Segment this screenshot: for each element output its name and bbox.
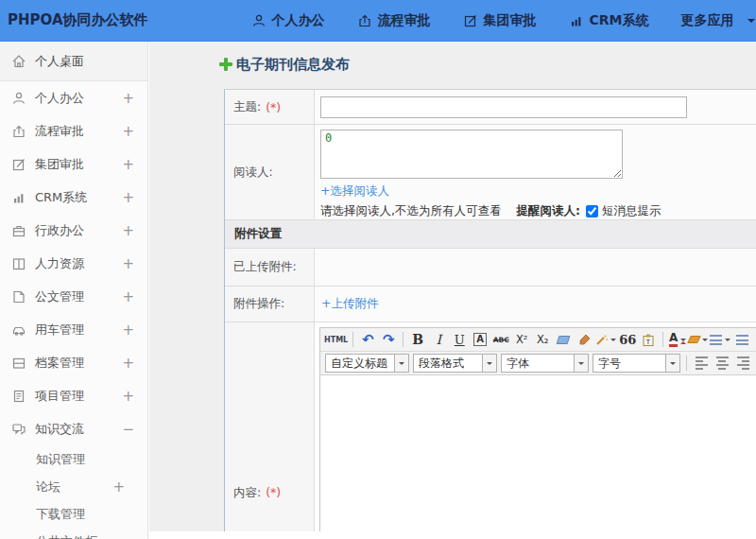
briefcase-icon [11, 223, 35, 238]
unordered-list-button[interactable] [732, 330, 751, 350]
expand-toggle-icon[interactable]: + [122, 288, 134, 305]
expand-toggle-icon[interactable]: − [122, 421, 134, 438]
html-source-button[interactable]: HTML [324, 330, 348, 350]
sidebar-item-forum[interactable]: 论坛+ [0, 473, 147, 500]
toolbar-separator [352, 332, 353, 347]
sidebar-item-public-file-cabinet[interactable]: 公共文件柜 [0, 528, 147, 539]
undo-button[interactable]: ↶ [358, 330, 377, 350]
expand-toggle-icon[interactable]: + [122, 388, 134, 405]
superscript-button[interactable]: X² [512, 330, 531, 350]
highlight-icon [689, 336, 699, 343]
font-color-button[interactable]: A [668, 330, 687, 350]
sidebar-item-knowledge-management[interactable]: 知识管理 [0, 445, 147, 473]
chart-icon [11, 190, 35, 205]
select-readers-link[interactable]: +选择阅读人 [320, 183, 389, 200]
highlight-color-button[interactable] [689, 330, 708, 350]
expand-toggle-icon[interactable]: + [122, 189, 134, 206]
toolbar-separator [403, 332, 404, 347]
list-icon [710, 335, 722, 345]
sidebar-item-human-resources[interactable]: 人力资源+ [0, 247, 147, 280]
chevron-down-icon [680, 339, 686, 344]
nav-item-workflow-approval[interactable]: 流程审批 [357, 12, 431, 29]
eraser-button[interactable] [554, 330, 573, 350]
bold-button[interactable]: B [408, 330, 427, 350]
content-row: 内容: (*) HTML↶↷BIUAABCX²X₂66TA 自定义标题段落格式字… [225, 322, 756, 539]
sidebar-item-workflow-approval[interactable]: 流程审批+ [0, 114, 147, 148]
editor-toolbar-row2: 自定义标题段落格式字体字号 [320, 352, 756, 375]
font-box-button[interactable]: A [471, 330, 490, 350]
sidebar-item-personal-office[interactable]: 个人办公+ [0, 81, 147, 114]
brush-icon [578, 334, 591, 346]
expand-toggle-icon[interactable]: + [122, 255, 134, 272]
expand-toggle-icon[interactable]: + [122, 355, 134, 372]
sidebar-item-archive-management[interactable]: 档案管理+ [0, 346, 147, 379]
heading-select[interactable]: 自定义标题 [325, 354, 409, 373]
redo-button[interactable]: ↷ [379, 330, 398, 350]
attachment-operation-label: 附件操作: [225, 287, 315, 322]
list-icon [736, 335, 748, 345]
sidebar-item-crm-system[interactable]: CRM系统+ [0, 181, 147, 214]
publish-form: 主题: (*) 阅读人: 0 +选择阅读人 请选择阅读人,不选为所有人可查看 提… [224, 89, 756, 539]
sidebar-item-document-management[interactable]: 公文管理+ [0, 280, 147, 313]
nav-item-more-apps[interactable]: 更多应用 [681, 12, 755, 29]
editor-content-area[interactable] [320, 375, 756, 539]
chevron-down-icon [702, 339, 708, 344]
sidebar-item-knowledge-exchange[interactable]: 知识交流− [0, 412, 147, 445]
top-nav: 个人办公流程审批集团审批CRM系统更多应用 [235, 12, 756, 29]
sidebar-item-vehicle-management[interactable]: 用车管理+ [0, 313, 147, 346]
process-icon [11, 124, 35, 139]
expand-toggle-icon[interactable]: + [122, 222, 134, 239]
archive-icon [11, 356, 35, 371]
expand-toggle-icon[interactable]: + [122, 322, 134, 339]
italic-button[interactable]: I [429, 330, 448, 350]
readers-textarea[interactable]: 0 [320, 130, 623, 179]
top-navbar: PHPOA协同办公软件 个人办公流程审批集团审批CRM系统更多应用 [0, 0, 756, 42]
format-brush-button[interactable] [575, 330, 593, 350]
user-icon [251, 13, 272, 28]
readers-row: 阅读人: 0 +选择阅读人 请选择阅读人,不选为所有人可查看 提醒阅读人: 短消… [225, 125, 756, 220]
subject-input[interactable] [320, 96, 687, 118]
chevron-down-icon [482, 355, 496, 372]
book-icon [11, 256, 35, 271]
paragraph-select[interactable]: 段落格式 [413, 354, 497, 373]
main-content: 电子期刊信息发布 主题: (*) 阅读人: 0 +选择阅读人 请选择阅读人,不 [149, 42, 756, 539]
edit-icon [11, 157, 35, 172]
expand-toggle-icon[interactable]: + [122, 156, 134, 173]
document-icon [11, 289, 35, 304]
sidebar-item-project-management[interactable]: 项目管理+ [0, 379, 147, 412]
sms-notify-checkbox[interactable] [586, 205, 598, 217]
align-right-button[interactable] [733, 354, 752, 374]
strikethrough-button[interactable]: ABC [491, 330, 510, 350]
nav-item-group-approval[interactable]: 集团审批 [463, 12, 537, 29]
expand-toggle-icon[interactable]: + [122, 90, 134, 107]
sidebar-item-personal-desktop[interactable]: 个人桌面 [0, 42, 147, 81]
chevron-down-icon [610, 339, 616, 344]
expand-toggle-icon[interactable]: + [112, 478, 125, 496]
sidebar-item-admin-office[interactable]: 行政办公+ [0, 214, 147, 247]
font-size-select[interactable]: 字号 [593, 354, 680, 373]
sidebar-item-download-management[interactable]: 下载管理 [0, 500, 147, 528]
project-icon [11, 389, 35, 404]
align-center-button[interactable] [713, 354, 731, 374]
font-family-select[interactable]: 字体 [501, 354, 589, 373]
sidebar-item-group-approval[interactable]: 集团审批+ [0, 148, 147, 181]
subscript-button[interactable]: X₂ [533, 330, 552, 350]
autotypeset-button[interactable] [595, 330, 616, 350]
attachment-section-header: 附件设置 [225, 220, 756, 249]
blockquote-button[interactable]: 66 [618, 330, 637, 350]
nav-item-personal-office[interactable]: 个人办公 [251, 12, 325, 29]
remind-readers-label: 提醒阅读人: [516, 203, 580, 219]
ordered-list-button[interactable] [710, 330, 730, 350]
upload-attachment-link[interactable]: +上传附件 [321, 296, 378, 312]
app-logo[interactable]: PHPOA协同办公软件 [0, 11, 148, 29]
page-title: 电子期刊信息发布 [236, 56, 350, 74]
required-mark: (*) [266, 485, 281, 499]
align-left-button[interactable] [692, 354, 711, 374]
underline-button[interactable]: U [450, 330, 469, 350]
toolbar-separator [686, 356, 687, 371]
expand-toggle-icon[interactable]: + [122, 123, 134, 140]
paste-text-button[interactable]: T [639, 330, 658, 350]
chart-icon [569, 13, 590, 28]
nav-item-crm-system[interactable]: CRM系统 [569, 12, 649, 29]
content-label: 内容: (*) [225, 322, 315, 539]
